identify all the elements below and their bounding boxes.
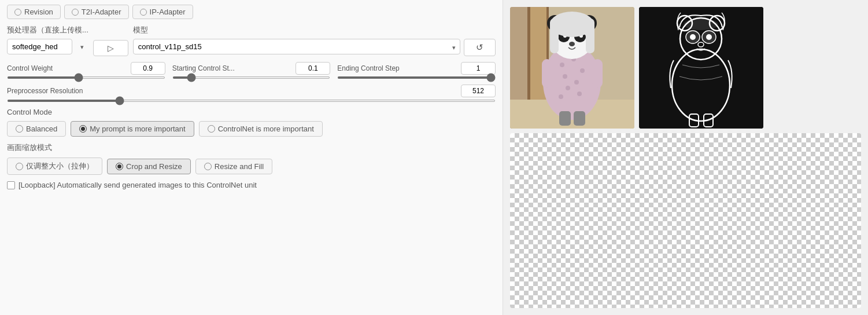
loopback-label: [Loopback] Automatically send generated … xyxy=(19,181,257,189)
tab-t2i[interactable]: T2I-Adapter xyxy=(64,5,129,19)
preprocessor-select-wrapper[interactable]: softedge_hed xyxy=(7,39,88,54)
ending-step-label: Ending Control Step xyxy=(337,64,399,72)
starting-step-label: Starting Control St... xyxy=(172,64,235,72)
tab-revision-label: Revision xyxy=(24,8,53,16)
control-mode-my-prompt[interactable]: My prompt is more important xyxy=(71,121,194,137)
svg-rect-25 xyxy=(586,19,594,53)
loopback-checkbox[interactable] xyxy=(7,181,15,189)
tab-ip-label: IP-Adapter xyxy=(150,8,186,16)
resolution-slider[interactable] xyxy=(7,100,496,102)
controlnet-label: ControlNet is more important xyxy=(218,124,314,133)
control-mode-balanced[interactable]: Balanced xyxy=(7,121,66,137)
resize-mode-just-resize[interactable]: 仅调整大小（拉伸） xyxy=(7,158,102,175)
sliders-row: Control Weight Starting Control St... En… xyxy=(7,62,496,79)
svg-point-11 xyxy=(574,80,579,85)
panda-sketch-image xyxy=(639,7,763,129)
svg-point-42 xyxy=(684,19,718,30)
resize-fill-radio-circle xyxy=(204,163,212,170)
svg-point-10 xyxy=(563,74,567,79)
resize-section: 画面缩放模式 仅调整大小（拉伸） Crop and Resize Resize … xyxy=(7,142,496,175)
control-mode-label: Control Mode xyxy=(7,108,496,116)
my-prompt-label: My prompt is more important xyxy=(90,124,185,133)
ending-step-slider[interactable] xyxy=(337,76,496,79)
resize-mode-crop-resize[interactable]: Crop and Resize xyxy=(107,159,191,174)
preprocessor-select[interactable]: softedge_hed xyxy=(7,39,72,54)
crop-resize-radio-circle xyxy=(116,163,123,170)
svg-rect-29 xyxy=(574,111,585,126)
starting-step-slider[interactable] xyxy=(172,76,331,79)
svg-rect-26 xyxy=(542,59,552,88)
my-prompt-radio-circle xyxy=(79,125,87,133)
panda-color-image xyxy=(510,7,634,129)
ip-radio-indicator xyxy=(140,9,147,16)
tab-ip[interactable]: IP-Adapter xyxy=(132,5,193,19)
images-row xyxy=(510,7,861,129)
model-label: 模型 xyxy=(133,25,496,35)
resolution-input[interactable] xyxy=(461,85,496,97)
checker-area xyxy=(510,133,861,308)
left-panel: Revision T2I-Adapter IP-Adapter 预处理器（直接上… xyxy=(0,0,503,315)
control-mode-controlnet[interactable]: ControlNet is more important xyxy=(199,121,323,137)
balanced-label: Balanced xyxy=(26,124,57,133)
control-weight-group: Control Weight xyxy=(7,62,165,79)
ending-control-step-group: Ending Control Step xyxy=(337,62,496,79)
svg-point-13 xyxy=(577,91,582,96)
controls-row: Control Weight Starting Control St... En… xyxy=(7,62,496,79)
preprocessor-label: 预处理器（直接上传模... xyxy=(7,25,88,35)
right-panel xyxy=(503,0,868,315)
just-resize-label: 仅调整大小（拉伸） xyxy=(26,161,94,171)
resolution-row: Preprocessor Resolution xyxy=(7,85,496,102)
resize-mode-radio-group: 仅调整大小（拉伸） Crop and Resize Resize and Fil… xyxy=(7,158,496,175)
play-button[interactable]: ▷ xyxy=(93,40,128,56)
svg-rect-28 xyxy=(559,111,571,126)
svg-point-38 xyxy=(706,34,712,40)
tab-t2i-label: T2I-Adapter xyxy=(82,8,121,16)
starting-control-step-group: Starting Control St... xyxy=(172,62,331,79)
model-field: 模型 control_v11p_sd15 ↺ xyxy=(133,25,496,56)
panda-sketch-svg xyxy=(639,7,763,129)
control-weight-slider[interactable] xyxy=(7,76,165,79)
model-select-wrapper[interactable]: control_v11p_sd15 xyxy=(133,39,460,56)
crop-resize-label: Crop and Resize xyxy=(126,162,182,171)
model-select[interactable]: control_v11p_sd15 xyxy=(133,39,460,54)
play-btn-field: ▷ xyxy=(93,40,128,56)
control-weight-label: Control Weight xyxy=(7,64,53,72)
just-resize-radio-circle xyxy=(16,163,23,170)
svg-rect-24 xyxy=(550,19,559,53)
refresh-button[interactable]: ↺ xyxy=(464,39,496,56)
svg-point-37 xyxy=(690,34,696,40)
controlnet-radio-circle xyxy=(208,125,215,133)
preproc-model-row: 预处理器（直接上传模... softedge_hed ▷ 模型 control_… xyxy=(7,25,496,56)
control-mode-radio-group: Balanced My prompt is more important Con… xyxy=(7,121,496,137)
svg-point-9 xyxy=(580,68,585,73)
resolution-label: Preprocessor Resolution xyxy=(7,87,83,95)
revision-radio-indicator xyxy=(14,9,21,16)
svg-point-7 xyxy=(560,63,564,67)
panda-color-svg xyxy=(510,7,634,129)
loopback-row[interactable]: [Loopback] Automatically send generated … xyxy=(7,181,496,189)
svg-point-14 xyxy=(559,94,563,99)
svg-point-22 xyxy=(569,42,575,46)
control-mode-section: Control Mode Balanced My prompt is more … xyxy=(7,108,496,137)
preprocessor-field: 预处理器（直接上传模... softedge_hed xyxy=(7,25,88,54)
resize-mode-label: 画面缩放模式 xyxy=(7,142,496,153)
svg-point-12 xyxy=(566,86,570,90)
tab-revision[interactable]: Revision xyxy=(7,5,61,19)
resize-mode-resize-fill[interactable]: Resize and Fill xyxy=(195,159,272,174)
svg-rect-27 xyxy=(592,59,603,88)
balanced-radio-circle xyxy=(16,125,23,133)
resize-fill-label: Resize and Fill xyxy=(215,162,264,171)
tabs-row: Revision T2I-Adapter IP-Adapter xyxy=(7,5,496,19)
t2i-radio-indicator xyxy=(72,9,79,16)
